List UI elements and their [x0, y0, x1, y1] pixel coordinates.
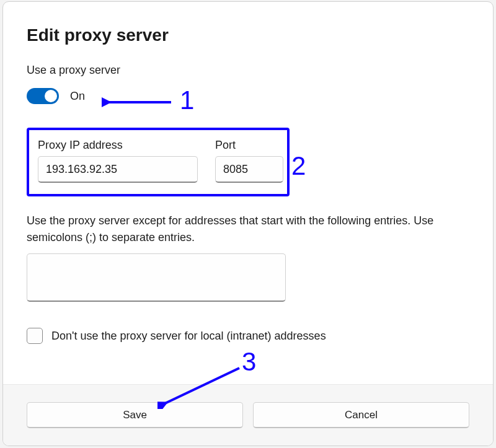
edit-proxy-dialog: Edit proxy server Use a proxy server On … [2, 1, 494, 446]
proxy-port-input[interactable] [215, 156, 283, 183]
port-field-group: Port [215, 139, 283, 183]
proxy-ip-input[interactable] [38, 156, 198, 183]
exceptions-help-text: Use the proxy server except for addresse… [27, 213, 469, 246]
toggle-knob [45, 90, 57, 102]
cancel-button[interactable]: Cancel [253, 402, 469, 428]
bypass-local-checkbox[interactable] [27, 328, 43, 344]
exceptions-input[interactable] [27, 253, 286, 302]
bypass-local-row: Don't use the proxy server for local (in… [27, 328, 469, 344]
port-label: Port [215, 139, 283, 152]
toggle-state-label: On [70, 90, 85, 103]
use-proxy-label: Use a proxy server [27, 64, 469, 77]
ip-port-group-annotation: Proxy IP address Port [27, 128, 290, 196]
dialog-title: Edit proxy server [27, 25, 469, 45]
bypass-local-label: Don't use the proxy server for local (in… [51, 330, 326, 343]
save-button[interactable]: Save [27, 402, 243, 428]
ip-label: Proxy IP address [38, 139, 198, 152]
dialog-body: Edit proxy server Use a proxy server On … [3, 2, 493, 384]
toggle-row: On [27, 88, 469, 104]
ip-field-group: Proxy IP address [38, 139, 198, 183]
dialog-footer: Save Cancel [3, 384, 493, 446]
use-proxy-toggle[interactable] [27, 88, 59, 104]
